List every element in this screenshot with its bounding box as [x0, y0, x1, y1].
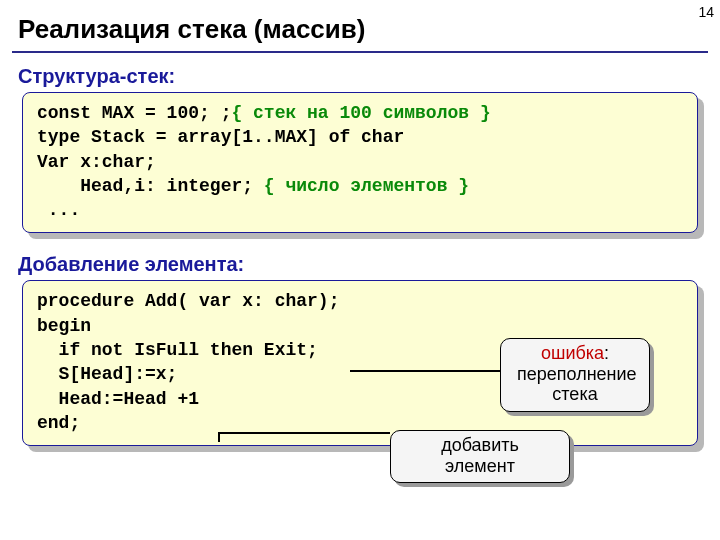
code-line: if not IsFull then Exit;: [37, 340, 318, 360]
slide-title: Реализация стека (массив): [0, 0, 720, 51]
callout-box: ошибка: переполнение стека: [500, 338, 650, 412]
colon: :: [604, 343, 609, 363]
callout-text: переполнение: [517, 364, 637, 384]
code-line: Head:=Head +1: [37, 389, 199, 409]
code-line: begin: [37, 316, 91, 336]
section-add: Добавление элемента:: [0, 251, 720, 280]
connector-line: [350, 370, 500, 372]
callout-box: добавить элемент: [390, 430, 570, 483]
code-block-structure: const MAX = 100; ;{ стек на 100 символов…: [22, 92, 698, 233]
callout-text: ошибка: [541, 343, 604, 363]
section-structure: Структура-стек:: [0, 63, 720, 92]
code-line: end;: [37, 413, 80, 433]
code-line: ...: [37, 200, 80, 220]
page-number: 14: [698, 4, 714, 20]
connector-line: [218, 432, 220, 442]
callout-text: добавить элемент: [441, 435, 519, 476]
code-comment: { число элементов }: [264, 176, 469, 196]
callout-add: добавить элемент: [390, 430, 570, 483]
code-line: type Stack = array[1..MAX] of char: [37, 127, 404, 147]
code-line: Var x:char;: [37, 152, 156, 172]
code-line: S[Head]:=x;: [37, 364, 177, 384]
code-line: const MAX = 100; ;: [37, 103, 231, 123]
code-comment: { стек на 100 символов }: [231, 103, 490, 123]
code-line: procedure Add( var x: char);: [37, 291, 339, 311]
callout-error: ошибка: переполнение стека: [500, 338, 650, 412]
code-box: const MAX = 100; ;{ стек на 100 символов…: [22, 92, 698, 233]
title-rule: [12, 51, 708, 53]
callout-text: стека: [552, 384, 597, 404]
code-line: Head,i: integer;: [37, 176, 264, 196]
connector-line: [218, 432, 390, 434]
